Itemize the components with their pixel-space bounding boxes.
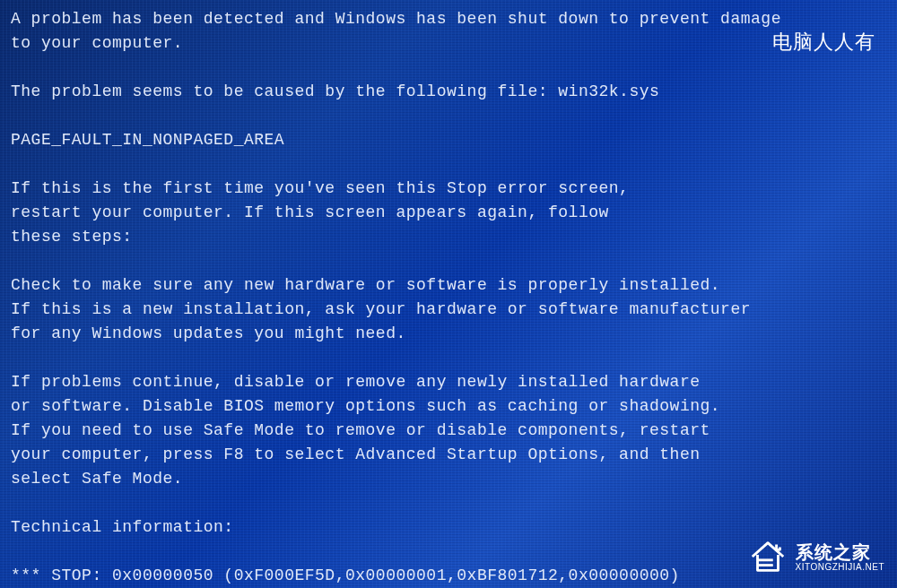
- watermark-bottom: 系统之家 XITONGZHIJIA.NET: [747, 536, 885, 577]
- bsod-screen: A problem has been detected and Windows …: [11, 7, 886, 588]
- watermark-sub: XITONGZHIJIA.NET: [796, 562, 885, 572]
- bsod-header-1: A problem has been detected and Windows …: [11, 7, 886, 31]
- bsod-header-2: to your computer.: [11, 31, 886, 56]
- bsod-problems-5: select Safe Mode.: [11, 467, 886, 491]
- bsod-problems-2: or software. Disable BIOS memory options…: [11, 394, 886, 419]
- watermark-top: 电脑人人有: [772, 27, 875, 56]
- bsod-check-2: If this is a new installation, ask your …: [11, 298, 886, 322]
- bsod-problems-4: your computer, press F8 to select Advanc…: [11, 443, 886, 467]
- bsod-check-3: for any Windows updates you might need.: [11, 322, 886, 346]
- bsod-error-code: PAGE_FAULT_IN_NONPAGED_AREA: [11, 128, 886, 152]
- bsod-problems-1: If problems continue, disable or remove …: [11, 370, 886, 394]
- watermark-text-block: 系统之家 XITONGZHIJIA.NET: [796, 542, 885, 572]
- house-logo-icon: [747, 536, 788, 577]
- watermark-main: 系统之家: [796, 542, 885, 562]
- bsod-firsttime-3: these steps:: [11, 225, 886, 249]
- bsod-problems-3: If you need to use Safe Mode to remove o…: [11, 419, 886, 443]
- bsod-firsttime-1: If this is the first time you've seen th…: [11, 177, 886, 201]
- bsod-cause: The problem seems to be caused by the fo…: [11, 80, 886, 104]
- bsod-check-1: Check to make sure any new hardware or s…: [11, 273, 886, 298]
- bsod-firsttime-2: restart your computer. If this screen ap…: [11, 201, 886, 225]
